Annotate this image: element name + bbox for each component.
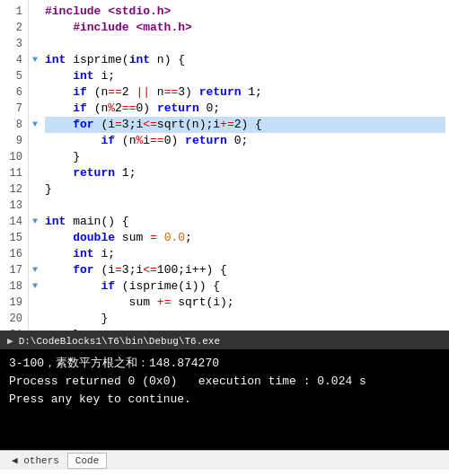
fold-marker [29, 68, 41, 84]
code-line: int isprime(int n) { [45, 52, 445, 68]
code-line: #include <math.h> [45, 20, 445, 36]
fold-marker [29, 101, 41, 117]
line-number: 11 [5, 165, 22, 181]
terminal-line: 3-100，素数平方根之和：148.874270 [9, 355, 440, 373]
line-number: 18 [5, 278, 22, 295]
bottom-tabs: ◀ others Code [0, 450, 449, 470]
code-line: } [45, 181, 445, 198]
code-line [45, 198, 445, 214]
code-line: #include <stdio.h> [45, 4, 445, 20]
line-number: 8 [5, 117, 22, 133]
fold-marker [29, 198, 41, 214]
code-line: int i; [45, 68, 445, 84]
fold-marker[interactable]: ▼ [29, 52, 41, 68]
code-line: int i; [45, 246, 445, 262]
tab-code[interactable]: Code [67, 453, 107, 469]
code-line: sum += sqrt(i); [45, 295, 445, 311]
fold-marker[interactable]: ▼ [29, 117, 41, 133]
fold-marker [29, 4, 41, 20]
line-number: 5 [5, 68, 22, 84]
fold-gutter: ▼▼▼▼▼ [29, 0, 41, 331]
fold-marker[interactable]: ▼ [29, 214, 41, 230]
code-line: double sum = 0.0; [45, 230, 445, 246]
line-number: 10 [5, 149, 22, 165]
line-number: 1 [5, 4, 22, 20]
fold-marker [29, 36, 41, 52]
fold-marker [29, 84, 41, 101]
code-line: } [45, 327, 445, 331]
line-number: 4 [5, 52, 22, 68]
code-line: if (n%i==0) return 0; [45, 133, 445, 149]
line-number: 17 [5, 262, 22, 278]
line-number: 2 [5, 20, 22, 36]
terminal-icon: ▶ [7, 335, 13, 347]
code-line: for (i=3;i<=sqrt(n);i+=2) { [45, 117, 445, 133]
terminal-bar: ▶ D:\CodeBlocks1\T6\bin\Debug\T6.exe [0, 332, 449, 349]
fold-marker [29, 295, 41, 311]
line-number: 16 [5, 246, 22, 262]
code-line: } [45, 149, 445, 165]
code-line: if (n%2==0) return 0; [45, 101, 445, 117]
line-number: 6 [5, 84, 22, 101]
fold-marker [29, 20, 41, 36]
line-number: 3 [5, 36, 22, 52]
line-number: 7 [5, 101, 22, 117]
fold-marker [29, 311, 41, 327]
line-number: 14 [5, 214, 22, 230]
line-numbers-column: 1234567891011121314151617181920212223242… [0, 0, 29, 331]
tab-others[interactable]: ◀ others [4, 452, 67, 469]
code-area[interactable]: #include <stdio.h> #include <math.h>int … [41, 0, 449, 331]
line-number: 13 [5, 198, 22, 214]
code-line: if (n==2 || n==3) return 1; [45, 84, 445, 101]
terminal: 3-100，素数平方根之和：148.874270Process returned… [0, 349, 449, 450]
fold-marker[interactable]: ▼ [29, 278, 41, 295]
line-number: 15 [5, 230, 22, 246]
line-number: 12 [5, 181, 22, 198]
line-number: 20 [5, 311, 22, 327]
code-line: if (isprime(i)) { [45, 278, 445, 295]
fold-marker [29, 149, 41, 165]
line-number: 19 [5, 295, 22, 311]
fold-marker[interactable]: ▼ [29, 262, 41, 278]
fold-marker [29, 133, 41, 149]
fold-marker [29, 165, 41, 181]
line-number: 9 [5, 133, 22, 149]
code-line: int main() { [45, 214, 445, 230]
code-line: for (i=3;i<=100;i++) { [45, 262, 445, 278]
code-line: return 1; [45, 165, 445, 181]
terminal-line: Process returned 0 (0x0) execution time … [9, 373, 440, 391]
terminal-line: Press any key to continue. [9, 391, 440, 409]
fold-marker [29, 230, 41, 246]
terminal-title: D:\CodeBlocks1\T6\bin\Debug\T6.exe [19, 336, 220, 347]
editor: 1234567891011121314151617181920212223242… [0, 0, 449, 332]
fold-marker [29, 246, 41, 262]
code-line: } [45, 311, 445, 327]
fold-marker [29, 181, 41, 198]
code-line [45, 36, 445, 52]
